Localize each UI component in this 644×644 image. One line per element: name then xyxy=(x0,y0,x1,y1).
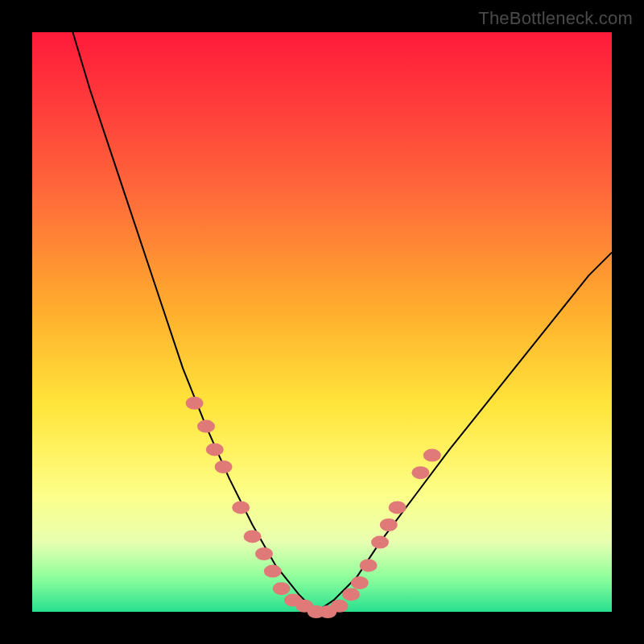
data-point xyxy=(255,547,273,560)
curve-data-points xyxy=(186,397,441,618)
data-point xyxy=(360,559,378,572)
data-point xyxy=(331,600,349,613)
data-point xyxy=(389,501,407,514)
data-point xyxy=(186,397,204,410)
data-point xyxy=(371,536,389,549)
bottleneck-curve xyxy=(72,32,612,612)
data-point xyxy=(380,518,398,531)
data-point xyxy=(423,449,441,462)
plot-area xyxy=(32,32,612,612)
data-point xyxy=(264,565,282,578)
data-point xyxy=(206,443,224,456)
data-point xyxy=(197,420,215,433)
data-point xyxy=(244,530,262,543)
chart-frame: TheBottleneck.com xyxy=(0,0,644,644)
watermark-text: TheBottleneck.com xyxy=(478,8,633,29)
data-point xyxy=(351,576,369,589)
data-point xyxy=(232,501,250,514)
data-point xyxy=(273,582,291,595)
data-point xyxy=(411,466,429,479)
data-point xyxy=(342,588,360,601)
chart-svg xyxy=(32,32,612,612)
data-point xyxy=(215,460,233,473)
